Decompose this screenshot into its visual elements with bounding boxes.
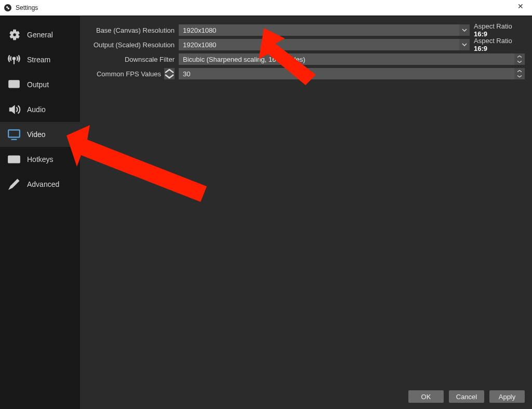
fps-value: 30 bbox=[183, 70, 190, 78]
chevron-down-icon[interactable] bbox=[459, 24, 470, 36]
settings-panel-video: Base (Canvas) Resolution 1920x1080 Aspec… bbox=[80, 16, 532, 409]
base-resolution-label: Base (Canvas) Resolution bbox=[87, 26, 179, 34]
sidebar-item-label: Audio bbox=[27, 105, 46, 114]
sidebar-item-stream[interactable]: Stream bbox=[0, 47, 80, 72]
sidebar-item-video[interactable]: Video bbox=[0, 122, 80, 147]
monitor-icon bbox=[7, 128, 21, 141]
base-aspect-ratio: Aspect Ratio 16:9 bbox=[470, 22, 525, 38]
close-button[interactable]: ✕ bbox=[514, 2, 527, 10]
ok-button[interactable]: OK bbox=[408, 390, 444, 403]
tools-icon bbox=[7, 178, 21, 191]
fps-label: Common FPS Values bbox=[97, 70, 161, 78]
app-icon bbox=[4, 4, 11, 11]
dialog-buttons: OK Cancel Apply bbox=[408, 390, 525, 403]
sidebar-item-label: Hotkeys bbox=[27, 155, 54, 163]
gear-icon bbox=[7, 28, 21, 42]
sidebar-item-label: Output bbox=[27, 80, 49, 89]
stepper-icon[interactable] bbox=[514, 68, 525, 79]
output-resolution-label: Output (Scaled) Resolution bbox=[87, 41, 179, 49]
svg-marker-16 bbox=[66, 125, 207, 202]
svg-rect-7 bbox=[8, 130, 20, 137]
sidebar-item-label: General bbox=[27, 31, 53, 39]
svg-point-0 bbox=[6, 5, 10, 9]
sidebar-item-general[interactable]: General bbox=[0, 22, 80, 47]
sidebar-item-output[interactable]: Output bbox=[0, 72, 80, 97]
sidebar-item-label: Stream bbox=[27, 56, 50, 64]
base-resolution-value: 1920x1080 bbox=[183, 26, 216, 34]
titlebar: Settings ✕ bbox=[0, 0, 532, 16]
downscale-filter-select[interactable]: Bicubic (Sharpened scaling, 16 samples) bbox=[179, 53, 525, 65]
svg-point-4 bbox=[13, 58, 15, 60]
chevron-down-icon[interactable] bbox=[459, 39, 470, 50]
window-title: Settings bbox=[16, 4, 38, 11]
broadcast-icon bbox=[7, 53, 21, 66]
sidebar-item-hotkeys[interactable]: Hotkeys bbox=[0, 147, 80, 172]
base-resolution-combo[interactable]: 1920x1080 bbox=[179, 24, 470, 36]
fps-mode-stepper[interactable] bbox=[164, 68, 175, 79]
output-resolution-value: 1920x1080 bbox=[183, 41, 216, 49]
sidebar-item-audio[interactable]: Audio bbox=[0, 97, 80, 122]
cancel-button[interactable]: Cancel bbox=[449, 390, 484, 403]
output-icon bbox=[7, 78, 21, 91]
keyboard-icon bbox=[7, 153, 21, 166]
downscale-filter-value: Bicubic (Sharpened scaling, 16 samples) bbox=[183, 56, 305, 63]
output-resolution-combo[interactable]: 1920x1080 bbox=[179, 39, 470, 50]
annotation-arrow bbox=[61, 125, 217, 208]
downscale-filter-label: Downscale Filter bbox=[87, 56, 179, 63]
fps-value-select[interactable]: 30 bbox=[179, 68, 525, 79]
stepper-icon[interactable] bbox=[514, 53, 525, 65]
sidebar-item-label: Advanced bbox=[27, 180, 59, 188]
sidebar-item-advanced[interactable]: Advanced bbox=[0, 172, 80, 197]
apply-button[interactable]: Apply bbox=[489, 390, 525, 403]
sidebar: General Stream Output Audio bbox=[0, 16, 80, 409]
svg-rect-9 bbox=[8, 156, 20, 163]
speaker-icon bbox=[7, 103, 21, 116]
output-aspect-ratio: Aspect Ratio 16:9 bbox=[470, 37, 525, 52]
sidebar-item-label: Video bbox=[27, 130, 46, 139]
